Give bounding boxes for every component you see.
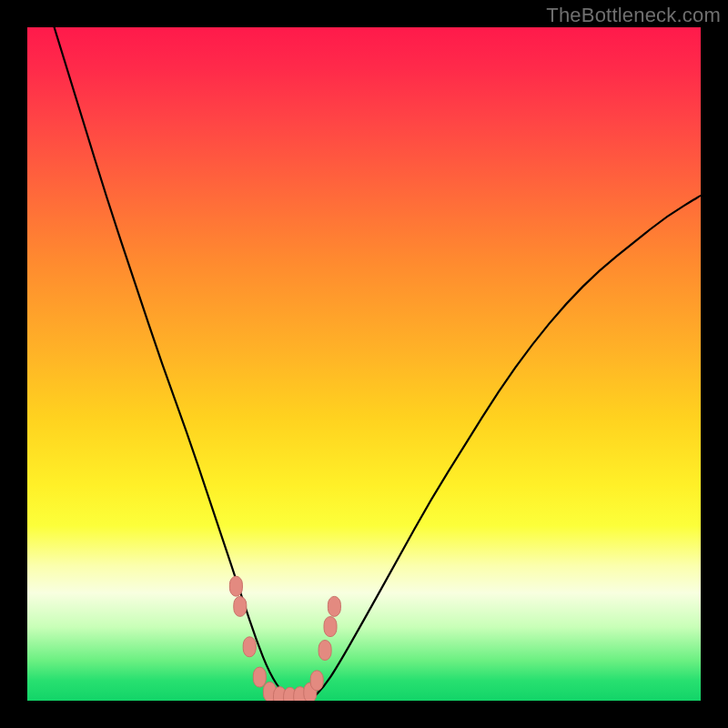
bottleneck-curve	[55, 27, 701, 701]
marker-point	[324, 617, 337, 637]
watermark-text: TheBottleneck.com	[546, 4, 721, 27]
chart-overlay	[27, 27, 701, 701]
marker-point	[229, 576, 242, 596]
chart-frame: TheBottleneck.com	[0, 0, 728, 728]
highlight-markers	[229, 576, 340, 701]
marker-point	[243, 637, 256, 657]
marker-point	[318, 641, 331, 661]
marker-point	[328, 596, 340, 616]
marker-point	[253, 667, 266, 687]
marker-point	[234, 596, 247, 616]
marker-point	[310, 671, 323, 691]
plot-area	[27, 27, 701, 701]
